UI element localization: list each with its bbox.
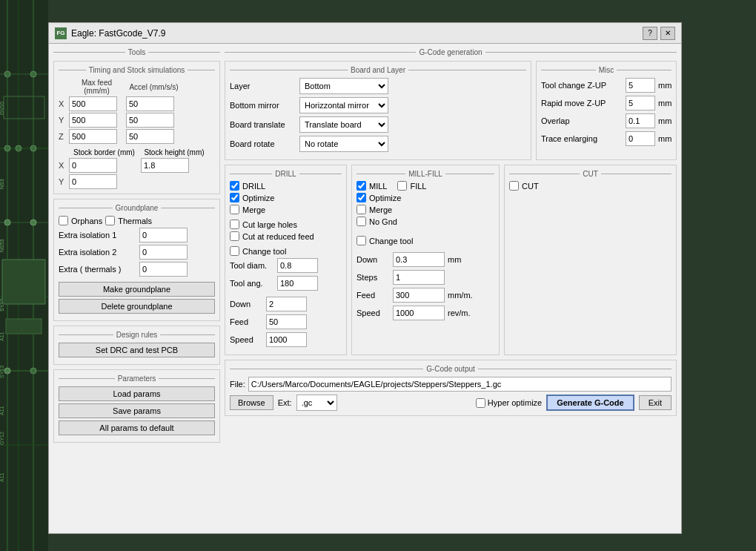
drill-optimize-row: Optimize [230,193,342,202]
y-max-feed-input[interactable] [69,113,117,128]
parameters-section: Parameters Load params Save params All p… [53,369,220,443]
drill-merge-checkbox[interactable] [230,205,239,214]
load-params-button[interactable]: Load params [59,386,215,401]
tool-ang-row: Tool ang. [230,276,342,291]
delete-groundplane-button[interactable]: Delete groundplane [59,299,215,314]
help-button[interactable]: ? [643,27,657,40]
drill-checkbox[interactable] [230,181,239,191]
timing-header: Timing and Stock simulations [59,66,215,74]
rapid-move-unit: mm [658,99,672,108]
overlap-input[interactable] [626,113,655,128]
timing-section: Timing and Stock simulations Max feed (m… [53,61,220,194]
z-max-feed-input[interactable] [69,129,117,144]
stock-x-label: X [59,161,67,170]
mill-change-tool-checkbox[interactable] [357,236,366,245]
make-groundplane-button[interactable]: Make groundplane [59,282,215,297]
svg-text:GY12: GY12 [0,432,4,445]
close-button[interactable]: ✕ [660,27,675,40]
trace-enlarging-input[interactable] [626,131,655,146]
z-accel-input[interactable] [126,129,174,144]
gcode-gen-label: G-Code generation [419,48,482,56]
drill-down-input[interactable] [266,297,307,311]
file-path-input[interactable] [248,377,672,392]
board-translate-label: Board translate [230,120,296,129]
generate-gcode-button[interactable]: Generate G-Code [546,395,634,411]
board-translate-select[interactable]: Translate board No translate [299,116,388,133]
y-border-input[interactable] [69,174,117,189]
mill-steps-input[interactable] [393,270,445,285]
svg-point-16 [30,220,36,225]
parameters-header: Parameters [59,375,215,383]
mill-speed-input[interactable] [393,306,445,320]
mill-checkbox[interactable] [357,181,366,191]
millfill-section: MILL-FILL MILL FILL Optimize [351,165,500,355]
all-params-default-button[interactable]: All params to default [59,420,215,435]
y-row-label: Y [59,116,67,125]
design-rules-label: Design rules [116,331,158,339]
rapid-move-input[interactable] [626,96,655,110]
ext-select[interactable]: .gc .nc .gcode [296,395,337,411]
mill-down-label: Down [357,255,390,264]
no-gnd-checkbox[interactable] [357,217,366,226]
set-drc-button[interactable]: Set DRC and test PCB [59,343,215,357]
cut-large-holes-checkbox[interactable] [230,220,239,229]
bottom-mirror-select[interactable]: Horizzontal mirror No mirror Vertical mi… [299,97,388,113]
x-max-feed-input[interactable] [69,96,117,111]
extra-thermals-row: Extra ( thermals ) [59,262,215,277]
mill-optimize-checkbox[interactable] [357,193,366,202]
main-window: FG Eagle: FastGcode_V7.9 ? ✕ Tools Timin… [48,22,682,534]
overlap-label: Overlap [541,116,623,125]
svg-point-12 [4,145,10,151]
trace-enlarging-row: Trace enlarging mm [541,131,672,146]
x-accel-input[interactable] [126,96,174,111]
orphans-checkbox[interactable] [59,216,68,225]
mill-merge-checkbox[interactable] [357,205,366,214]
tool-change-input[interactable] [626,78,655,93]
board-rotate-select[interactable]: No rotate 90° 180° 270° [299,136,388,152]
board-translate-row: Board translate Translate board No trans… [230,116,526,133]
top-row: Board and Layer Layer Bottom Top Bottom … [225,61,677,160]
circuit-decoration: GV10 NS3 NS53 SY10 A11 SY13 A11 GY12 A11 [0,0,48,551]
extra-thermals-input[interactable] [139,262,188,277]
drill-header: DRILL [230,170,342,178]
save-params-button[interactable]: Save params [59,403,215,418]
drill-merge-row: Merge [230,205,342,214]
tool-diam-input[interactable] [277,258,318,273]
cut-checkbox[interactable] [509,181,519,191]
hyper-optimize-checkbox[interactable] [476,398,485,408]
x-height-input[interactable] [141,158,189,173]
cut-check-row: CUT [509,181,672,191]
window-title: Eagle: FastGcode_V7.9 [71,28,165,39]
mill-feed-unit: mm/m. [448,291,473,300]
tool-ang-input[interactable] [277,276,318,291]
cut-reduced-feed-checkbox[interactable] [230,231,239,241]
no-gnd-row: No Gnd [357,217,494,226]
tool-diam-label: Tool diam. [230,261,274,270]
drill-optimize-checkbox[interactable] [230,193,239,202]
stock-y-label: Y [59,177,67,186]
title-bar-left: FG Eagle: FastGcode_V7.9 [55,27,165,39]
extra-iso2-input[interactable] [139,245,188,260]
exit-button[interactable]: Exit [639,395,672,410]
board-layer-header: Board and Layer [230,66,526,74]
file-row: File: [230,377,672,392]
gcode-gen-header: G-Code generation [225,48,677,56]
drill-feed-input[interactable] [266,314,307,329]
extra-thermals-label: Extra ( thermals ) [59,265,136,274]
thermals-checkbox[interactable] [105,216,115,225]
rapid-move-label: Rapid move Z-UP [541,99,623,108]
z-row-label: Z [59,132,67,141]
mill-feed-input[interactable] [393,288,445,303]
mill-down-input[interactable] [393,252,445,267]
fill-checkbox[interactable] [397,181,407,191]
overlap-row: Overlap mm [541,113,672,128]
overlap-unit: mm [658,116,672,125]
layer-select[interactable]: Bottom Top [299,78,388,94]
browse-button[interactable]: Browse [230,395,273,410]
extra-iso1-input[interactable] [139,228,188,242]
drill-change-tool-checkbox[interactable] [230,246,239,256]
drill-speed-input[interactable] [266,332,307,347]
x-border-input[interactable] [69,158,117,173]
board-rotate-row: Board rotate No rotate 90° 180° 270° [230,136,526,152]
y-accel-input[interactable] [126,113,174,128]
